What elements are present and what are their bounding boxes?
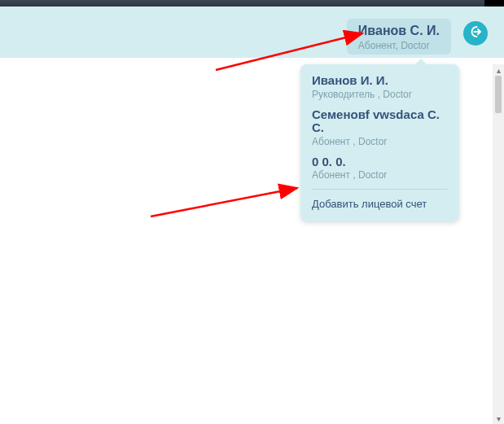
account-switcher-dropdown: Иванов И. И. Руководитель , Doctor Семен…: [300, 64, 459, 221]
scrollbar-thumb[interactable]: [495, 76, 502, 113]
add-account-link[interactable]: Добавить лицевой счет: [312, 198, 448, 213]
scrollbar-track: ▴ ▾: [493, 64, 504, 424]
app-header: Иванов С. И. Абонент, Doctor: [0, 7, 504, 58]
scroll-down-button[interactable]: ▾: [493, 413, 504, 424]
browser-corner: [484, 0, 504, 7]
account-role: Абонент , Doctor: [312, 136, 448, 147]
scroll-up-button[interactable]: ▴: [493, 64, 504, 76]
current-user-chip[interactable]: Иванов С. И. Абонент, Doctor: [347, 19, 451, 55]
current-user-role: Абонент, Doctor: [358, 40, 440, 51]
account-item[interactable]: 0 0. 0. Абонент , Doctor: [312, 155, 448, 181]
account-item[interactable]: Иванов И. И. Руководитель , Doctor: [312, 74, 448, 100]
annotation-arrow-icon: [147, 172, 309, 221]
logout-icon: [468, 24, 483, 42]
account-name: Иванов И. И.: [312, 74, 448, 88]
account-name: 0 0. 0.: [312, 155, 448, 169]
current-user-name: Иванов С. И.: [358, 24, 440, 38]
logout-button[interactable]: [463, 21, 488, 46]
account-role: Руководитель , Doctor: [312, 89, 448, 100]
account-role: Абонент , Doctor: [312, 169, 448, 181]
svg-line-3: [151, 188, 297, 216]
dropdown-divider: [312, 189, 448, 190]
page-content: Иванов И. И. Руководитель , Doctor Семен…: [0, 58, 504, 424]
browser-tab-strip: [0, 0, 504, 7]
account-name: Семеновf vwsdаса С. С.: [312, 108, 448, 135]
account-item[interactable]: Семеновf vwsdаса С. С. Абонент , Doctor: [312, 108, 448, 147]
